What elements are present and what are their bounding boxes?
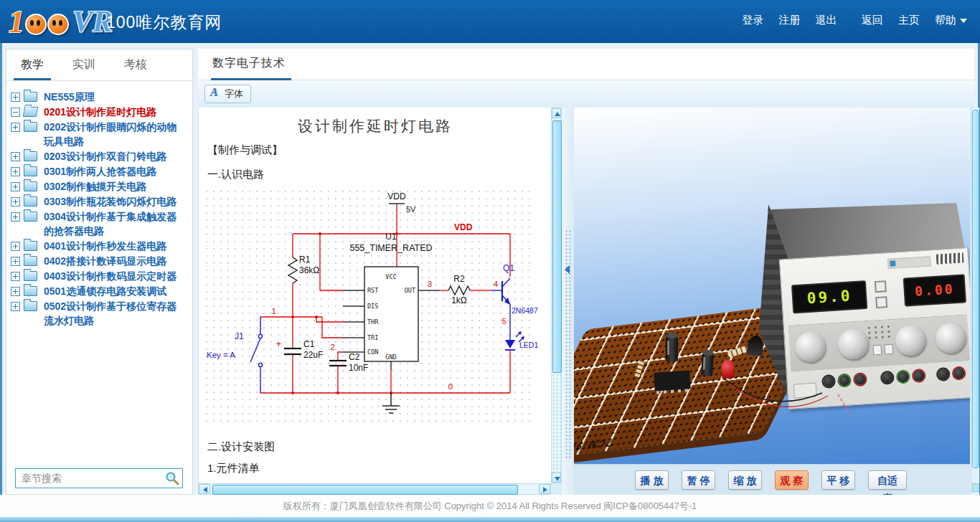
nav-back[interactable]: 返回 xyxy=(862,14,883,26)
search-input[interactable] xyxy=(15,468,183,488)
site-logo[interactable]: 1VR xyxy=(9,4,113,39)
observe-button[interactable]: 观 察 xyxy=(775,470,809,490)
tree-item-label: 0502设计制作基于移位寄存器流水灯电路 xyxy=(44,300,176,326)
scroll-down-button[interactable] xyxy=(552,473,561,483)
nav-logout[interactable]: 退出 xyxy=(815,14,837,26)
vertical-scroll-thumb[interactable] xyxy=(552,120,562,373)
tree-item[interactable]: 0501选通锁存电路安装调试 xyxy=(6,284,189,299)
tree-item[interactable]: 0302制作触摸开关电路 xyxy=(6,179,189,194)
folder-icon xyxy=(24,212,37,222)
expand-icon[interactable] xyxy=(11,272,20,281)
psu-terminal-black[interactable] xyxy=(938,369,949,380)
doc-vertical-scrollbar[interactable] xyxy=(551,108,562,483)
expand-icon[interactable] xyxy=(11,123,20,132)
scroll-up-button[interactable] xyxy=(552,108,561,118)
psu-power-button[interactable] xyxy=(793,383,817,399)
tree-item[interactable]: 0502设计制作基于移位寄存器流水灯电路 xyxy=(6,299,189,328)
tree-item[interactable]: 0401设计制作秒发生器电路 xyxy=(6,239,189,254)
tree-item[interactable]: 0203设计制作双音门铃电路 xyxy=(6,149,189,164)
psu-terminal-black[interactable] xyxy=(882,372,893,384)
ic-555-component[interactable] xyxy=(654,370,691,391)
chapter-tree: NE555原理 0201设计制作延时灯电路 0202设计制作眼睛闪烁的动物玩具电… xyxy=(6,81,192,438)
capacitor-component[interactable] xyxy=(666,336,678,361)
nav-register[interactable]: 注册 xyxy=(778,14,800,26)
expand-icon[interactable] xyxy=(11,242,20,251)
copyright-footer: 版权所有：厦门凤凰创壹软件有限公司 Copyright © 2014 All R… xyxy=(0,495,980,517)
psu-terminal-red[interactable] xyxy=(913,370,925,381)
panel-splitter[interactable] xyxy=(562,108,574,495)
psu-knob[interactable] xyxy=(794,331,826,364)
pan-button[interactable]: 平 移 xyxy=(821,470,855,490)
tree-item[interactable]: 0303制作瓶花装饰闪烁灯电路 xyxy=(6,194,189,209)
tree-item[interactable]: NE555原理 xyxy=(6,90,189,105)
folder-icon xyxy=(24,122,37,132)
scroll-left-button[interactable] xyxy=(199,484,210,494)
auto-fit-button[interactable]: 自适应 xyxy=(868,470,907,490)
course-sidebar: 教学 实训 考核 NE555原理 0201设计制作延时灯电路 0202设计制作眼… xyxy=(6,49,193,495)
tab-teaching[interactable]: 教学 xyxy=(6,49,58,80)
doc-horizontal-scrollbar[interactable] xyxy=(198,483,551,495)
zoom-button[interactable]: 缩 放 xyxy=(728,470,762,490)
collapse-left-icon[interactable] xyxy=(565,265,570,274)
tab-training[interactable]: 实训 xyxy=(58,49,110,80)
search-icon[interactable] xyxy=(165,471,179,485)
expand-icon[interactable] xyxy=(11,257,20,266)
expand-icon[interactable] xyxy=(11,212,20,222)
tab-digital-electronics[interactable]: 数字电子技术 xyxy=(212,56,286,71)
font-button[interactable]: A 字体 xyxy=(204,85,251,103)
open-folder-icon xyxy=(23,107,38,117)
psu-toggle-switch[interactable] xyxy=(875,280,887,293)
document-content[interactable]: 设计制作延时灯电路 【制作与调试】 一.认识电路 xyxy=(199,108,552,483)
play-button[interactable]: 播 放 xyxy=(635,470,669,490)
nav-login[interactable]: 登录 xyxy=(742,14,763,26)
psu-terminal-green[interactable] xyxy=(839,375,850,386)
node-1: 1 xyxy=(272,307,276,315)
tree-item[interactable]: 0202设计制作眼睛闪烁的动物玩具电路 xyxy=(6,120,189,149)
psu-knob[interactable] xyxy=(935,322,967,354)
tree-item[interactable]: 0304设计制作基于集成触发器的抢答器电路 xyxy=(6,209,189,239)
expand-icon[interactable] xyxy=(11,197,20,207)
collapse-icon[interactable] xyxy=(11,108,20,117)
psu-terminal-green[interactable] xyxy=(897,371,909,382)
viewer-right-scrollbar[interactable] xyxy=(971,108,979,495)
tree-item-label: 0301制作两人抢答器电路 xyxy=(44,166,156,177)
folder-icon xyxy=(24,166,37,176)
psu-button[interactable] xyxy=(872,345,882,356)
expand-icon[interactable] xyxy=(11,287,20,296)
horizontal-scroll-thumb[interactable] xyxy=(212,485,518,495)
expand-icon[interactable] xyxy=(11,152,20,161)
tab-assessment[interactable]: 考核 xyxy=(110,49,161,80)
tree-item-selected[interactable]: 0201设计制作延时灯电路 xyxy=(6,105,189,120)
capacitor-component[interactable] xyxy=(701,353,714,376)
psu-terminal-black[interactable] xyxy=(823,376,834,387)
led-component[interactable] xyxy=(722,360,734,379)
folder-icon xyxy=(24,241,37,251)
expand-icon[interactable] xyxy=(11,182,20,191)
expand-icon[interactable] xyxy=(11,302,20,311)
pin-thr: THR xyxy=(367,318,379,326)
arrow-left-icon xyxy=(203,487,207,493)
scroll-right-button[interactable] xyxy=(539,484,550,494)
expand-icon[interactable] xyxy=(11,167,20,176)
r2-value: 1kΩ xyxy=(451,295,467,305)
tree-item[interactable]: 0301制作两人抢答器电路 xyxy=(6,164,189,179)
section-heading-making-debugging: 【制作与调试】 xyxy=(207,143,283,157)
nav-home[interactable]: 主页 xyxy=(898,14,920,26)
tree-item[interactable]: 0402搭接计数译码显示电路 xyxy=(6,254,189,269)
tree-item[interactable]: 0403设计制作数码显示定时器 xyxy=(6,269,189,284)
psu-terminal-red[interactable] xyxy=(953,368,965,379)
psu-button[interactable] xyxy=(884,344,893,355)
psu-knob[interactable] xyxy=(837,328,870,361)
sidebar-tabs: 教学 实训 考核 xyxy=(6,49,192,81)
psu-knob[interactable] xyxy=(895,325,927,357)
nav-help[interactable]: 帮助 xyxy=(935,14,956,26)
expand-icon[interactable] xyxy=(11,92,20,102)
pause-button[interactable]: 暂 停 xyxy=(682,470,715,490)
psu-terminal-red[interactable] xyxy=(854,374,866,385)
node-5: 5 xyxy=(502,317,507,326)
power-supply[interactable]: 09.0 0.00 xyxy=(768,197,970,427)
simulation-3d-viewport[interactable]: 7CM-9CM 09.0 0.00 xyxy=(574,108,970,464)
psu-toggle-switch[interactable] xyxy=(875,296,887,308)
c1-ref: C1 xyxy=(303,339,315,349)
right-scroll-thumb[interactable] xyxy=(972,110,979,468)
